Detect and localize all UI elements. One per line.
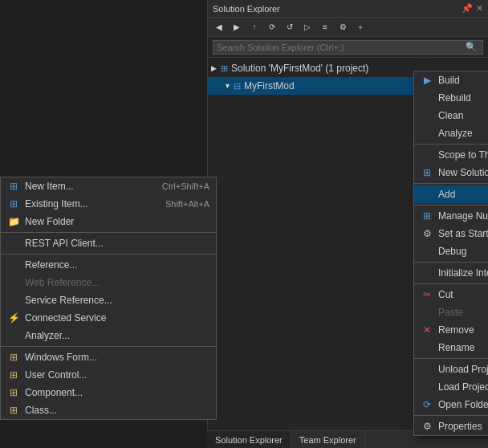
tab-solution-explorer-label: Solution Explorer xyxy=(215,435,283,445)
separator-2 xyxy=(1,254,216,255)
project-label: MyFirstMod xyxy=(244,80,295,92)
component-label: Component... xyxy=(25,387,209,398)
cm-build[interactable]: ▶ Build xyxy=(414,71,488,89)
user-control-menu-item[interactable]: ⊞ User Control... xyxy=(1,366,216,384)
separator-1 xyxy=(1,232,216,233)
cm-remove-label: Remove xyxy=(438,324,488,336)
connected-service-icon: ⚡ xyxy=(6,312,22,324)
new-item-shortcut: Ctrl+Shift+A xyxy=(162,181,209,191)
cm-open-folder[interactable]: ⟳ Open Folder in File Explorer xyxy=(414,396,488,413)
new-folder-menu-item[interactable]: 📁 New Folder xyxy=(1,213,216,230)
analyzer-label: Analyzer... xyxy=(25,330,209,341)
cm-load-deps[interactable]: Load Project Dependencies xyxy=(414,378,488,396)
windows-form-menu-item[interactable]: ⊞ Windows Form... xyxy=(1,348,216,366)
cm-analyze-label: Analyze xyxy=(438,128,488,139)
cm-add[interactable]: Add ▶ xyxy=(414,185,488,203)
cm-clean[interactable]: Clean xyxy=(414,107,488,124)
cut-icon: ✂ xyxy=(419,289,435,300)
web-reference-label: Web Reference... xyxy=(25,277,209,288)
solution-explorer-search: 🔍 xyxy=(208,37,488,58)
forward-button[interactable]: ▶ xyxy=(229,19,245,35)
add-submenu: ⊞ New Item... Ctrl+Shift+A ⊞ Existing It… xyxy=(0,177,217,420)
build-icon: ▶ xyxy=(419,75,435,86)
solution-explorer-panel: Solution Explorer 📌 ✕ ◀ ▶ ↑ ⟳ ↺ ▷ ≡ ⚙ ＋ … xyxy=(207,0,488,448)
user-control-label: User Control... xyxy=(25,369,209,381)
cm-interactive[interactable]: Initialize Interactive with Project xyxy=(414,264,488,282)
new-item-menu-item[interactable]: ⊞ New Item... Ctrl+Shift+A xyxy=(1,177,216,195)
properties-toolbar-button[interactable]: ⚙ xyxy=(335,19,351,35)
preview-button[interactable]: ▷ xyxy=(299,19,315,35)
separator-after-rename xyxy=(414,358,488,359)
separator-after-debug xyxy=(414,262,488,263)
connected-service-label: Connected Service xyxy=(25,312,209,324)
class-icon: ⊞ xyxy=(6,405,22,416)
component-icon: ⊞ xyxy=(6,387,22,398)
open-folder-icon: ⟳ xyxy=(419,399,435,410)
cm-analyze[interactable]: Analyze ▶ xyxy=(414,124,488,142)
sync-button[interactable]: ⟳ xyxy=(264,19,280,35)
cm-paste[interactable]: Paste Ctrl+V xyxy=(414,303,488,321)
cm-startup-label: Set as StartUp Project xyxy=(438,228,488,239)
new-folder-label: New Folder xyxy=(25,216,209,227)
tab-solution-explorer[interactable]: Solution Explorer xyxy=(207,431,291,449)
cm-remove[interactable]: ✕ Remove Del xyxy=(414,321,488,339)
solution-label: Solution 'MyFirstMod' (1 project) xyxy=(231,63,368,74)
existing-item-label: Existing Item... xyxy=(25,198,165,210)
cm-rename-label: Rename xyxy=(438,342,488,353)
pin-icon[interactable]: 📌 xyxy=(462,3,473,14)
rest-api-client-menu-item[interactable]: REST API Client... xyxy=(1,234,216,252)
cm-unload[interactable]: Unload Project xyxy=(414,360,488,378)
project-expand-arrow: ▼ xyxy=(224,82,234,90)
cm-load-deps-label: Load Project Dependencies xyxy=(438,381,488,393)
new-folder-icon: 📁 xyxy=(6,216,22,227)
cm-rebuild[interactable]: Rebuild xyxy=(414,89,488,107)
separator-after-add xyxy=(414,205,488,206)
user-control-icon: ⊞ xyxy=(6,369,22,381)
cm-scope-to-this[interactable]: Scope to This xyxy=(414,146,488,164)
back-button[interactable]: ◀ xyxy=(211,19,227,35)
cm-unload-label: Unload Project xyxy=(438,364,488,375)
add-new-button[interactable]: ＋ xyxy=(352,19,368,35)
windows-form-icon: ⊞ xyxy=(6,352,22,363)
up-button[interactable]: ↑ xyxy=(246,19,262,35)
solution-expand-arrow: ▶ xyxy=(211,64,221,72)
cm-debug-label: Debug xyxy=(438,246,488,257)
cm-open-folder-label: Open Folder in File Explorer xyxy=(438,399,488,410)
cm-interactive-label: Initialize Interactive with Project xyxy=(438,267,488,279)
context-menu: ▶ Build Rebuild Clean Analyze ▶ Scope to… xyxy=(413,71,488,436)
cm-add-label: Add xyxy=(438,189,488,200)
nuget-icon: ⊞ xyxy=(419,210,435,222)
class-menu-item[interactable]: ⊞ Class... xyxy=(1,401,216,419)
windows-form-label: Windows Form... xyxy=(25,352,209,363)
cm-cut[interactable]: ✂ Cut Ctrl+X xyxy=(414,286,488,303)
cm-debug[interactable]: Debug ▶ xyxy=(414,242,488,260)
reference-menu-item[interactable]: Reference... xyxy=(1,256,216,274)
existing-item-menu-item[interactable]: ⊞ Existing Item... Shift+Alt+A xyxy=(1,195,216,213)
search-input[interactable] xyxy=(213,40,483,55)
cm-startup[interactable]: ⚙ Set as StartUp Project xyxy=(414,225,488,242)
tab-team-explorer[interactable]: Team Explorer xyxy=(291,431,365,449)
separator-after-analyze xyxy=(414,144,488,145)
analyzer-menu-item[interactable]: Analyzer... xyxy=(1,327,216,344)
cm-new-se-view[interactable]: ⊞ New Solution Explorer View xyxy=(414,164,488,181)
web-reference-menu-item[interactable]: Web Reference... xyxy=(1,274,216,291)
existing-item-icon: ⊞ xyxy=(6,198,22,210)
solution-icon: ⊞ xyxy=(221,63,228,74)
properties-icon: ⚙ xyxy=(419,421,435,432)
cm-clean-label: Clean xyxy=(438,110,488,121)
cm-properties[interactable]: ⚙ Properties Alt+Enter xyxy=(414,417,488,435)
show-all-files-button[interactable]: ≡ xyxy=(317,19,333,35)
separator-after-se-view xyxy=(414,183,488,184)
rest-api-label: REST API Client... xyxy=(25,238,209,249)
reference-label: Reference... xyxy=(25,259,209,271)
component-menu-item[interactable]: ⊞ Component... xyxy=(1,384,216,401)
refresh-button[interactable]: ↺ xyxy=(282,19,298,35)
service-reference-menu-item[interactable]: Service Reference... xyxy=(1,291,216,309)
cm-rename[interactable]: Rename xyxy=(414,339,488,356)
cm-rebuild-label: Rebuild xyxy=(438,92,488,104)
new-item-icon: ⊞ xyxy=(6,181,22,192)
close-icon[interactable]: ✕ xyxy=(476,3,483,14)
cm-nuget[interactable]: ⊞ Manage NuGet Packages... xyxy=(414,207,488,225)
cm-properties-label: Properties xyxy=(438,421,488,432)
connected-service-menu-item[interactable]: ⚡ Connected Service xyxy=(1,309,216,327)
